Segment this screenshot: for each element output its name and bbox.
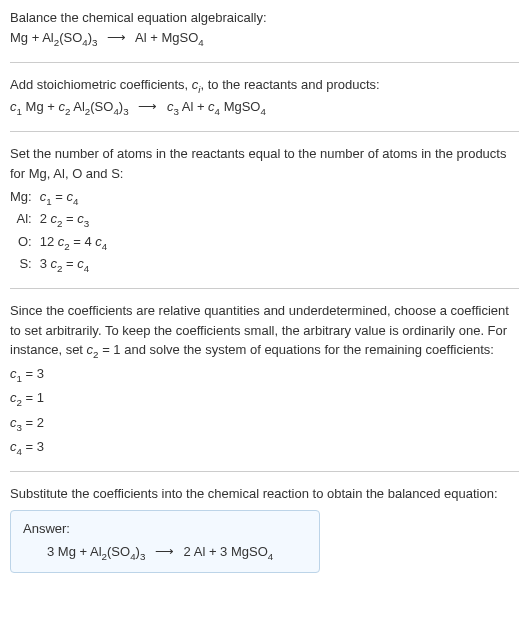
- value: = 2: [22, 415, 44, 430]
- element-equation: 3 c2 = c4: [40, 254, 108, 276]
- unbalanced-equation: Mg + Al2(SO4)3 ⟶ Al + MgSO4: [10, 28, 519, 50]
- reactant-text: (SO: [107, 544, 130, 559]
- step3-text: Since the coefficients are relative quan…: [10, 301, 519, 362]
- text: Mg +: [22, 99, 59, 114]
- element-label: S:: [10, 254, 40, 276]
- arrow-icon: ⟶: [155, 544, 174, 559]
- solution-line: c2 = 1: [10, 388, 519, 410]
- intro-section: Balance the chemical equation algebraica…: [10, 8, 519, 50]
- step1-text: Add stoichiometric coefficients, ci, to …: [10, 75, 519, 97]
- element-label: Mg:: [10, 187, 40, 209]
- sub: 4: [84, 262, 89, 273]
- element-equation: 12 c2 = 4 c4: [40, 232, 108, 254]
- balanced-equation: 3 Mg + Al2(SO4)3 ⟶ 2 Al + 3 MgSO4: [23, 542, 307, 564]
- text: (SO: [90, 99, 113, 114]
- product-text: 2 Al + 3 MgSO: [184, 544, 268, 559]
- value: = 3: [22, 366, 44, 381]
- value: = 1: [22, 390, 44, 405]
- step2-text: Set the number of atoms in the reactants…: [10, 144, 519, 183]
- stoich-equation: c1 Mg + c2 Al2(SO4)3 ⟶ c3 Al + c4 MgSO4: [10, 97, 519, 119]
- answer-box: Answer: 3 Mg + Al2(SO4)3 ⟶ 2 Al + 3 MgSO…: [10, 510, 320, 574]
- solution-line: c1 = 3: [10, 364, 519, 386]
- divider: [10, 288, 519, 289]
- arrow-icon: ⟶: [107, 30, 126, 45]
- sub: 4: [102, 240, 107, 251]
- table-row: Al: 2 c2 = c3: [10, 209, 107, 231]
- arrow-icon: ⟶: [138, 99, 157, 114]
- table-row: Mg: c1 = c4: [10, 187, 107, 209]
- eq: =: [52, 189, 67, 204]
- coeff-num: 4: [85, 234, 96, 249]
- step3-section: Since the coefficients are relative quan…: [10, 301, 519, 459]
- intro-text: Balance the chemical equation algebraica…: [10, 8, 519, 28]
- sub: 4: [268, 551, 273, 562]
- eq: =: [62, 256, 77, 271]
- element-label: Al:: [10, 209, 40, 231]
- divider: [10, 131, 519, 132]
- solution-line: c3 = 2: [10, 413, 519, 435]
- reactant-text: Mg + Al: [10, 30, 54, 45]
- step1-section: Add stoichiometric coefficients, ci, to …: [10, 75, 519, 119]
- table-row: S: 3 c2 = c4: [10, 254, 107, 276]
- text: Al: [70, 99, 84, 114]
- sub: 4: [261, 106, 266, 117]
- text: MgSO: [220, 99, 260, 114]
- element-label: O:: [10, 232, 40, 254]
- eq: =: [70, 234, 85, 249]
- coeff-num: 12: [40, 234, 58, 249]
- text: Add stoichiometric coefficients,: [10, 77, 192, 92]
- value: = 3: [22, 439, 44, 454]
- coeff-num: 2: [40, 211, 51, 226]
- sub: 3: [123, 106, 128, 117]
- step4-section: Substitute the coefficients into the che…: [10, 484, 519, 504]
- reactant-text: (SO: [59, 30, 82, 45]
- eq: =: [62, 211, 77, 226]
- text: = 1 and solve the system of equations fo…: [99, 342, 494, 357]
- element-equation: 2 c2 = c3: [40, 209, 108, 231]
- step2-section: Set the number of atoms in the reactants…: [10, 144, 519, 276]
- product-text: Al + MgSO: [135, 30, 198, 45]
- element-equation: c1 = c4: [40, 187, 108, 209]
- reactant-text: 3 Mg + Al: [47, 544, 102, 559]
- sub: 4: [73, 196, 78, 207]
- sub: 4: [198, 36, 203, 47]
- atom-balance-table: Mg: c1 = c4 Al: 2 c2 = c3 O: 12 c2 = 4 c…: [10, 187, 107, 276]
- sub: 3: [84, 218, 89, 229]
- answer-label: Answer:: [23, 519, 307, 539]
- divider: [10, 62, 519, 63]
- text: , to the reactants and products:: [201, 77, 380, 92]
- table-row: O: 12 c2 = 4 c4: [10, 232, 107, 254]
- step4-text: Substitute the coefficients into the che…: [10, 484, 519, 504]
- sub: 3: [140, 551, 145, 562]
- coeff-num: 3: [40, 256, 51, 271]
- solution-line: c4 = 3: [10, 437, 519, 459]
- divider: [10, 471, 519, 472]
- sub: 3: [92, 36, 97, 47]
- text: Al +: [179, 99, 208, 114]
